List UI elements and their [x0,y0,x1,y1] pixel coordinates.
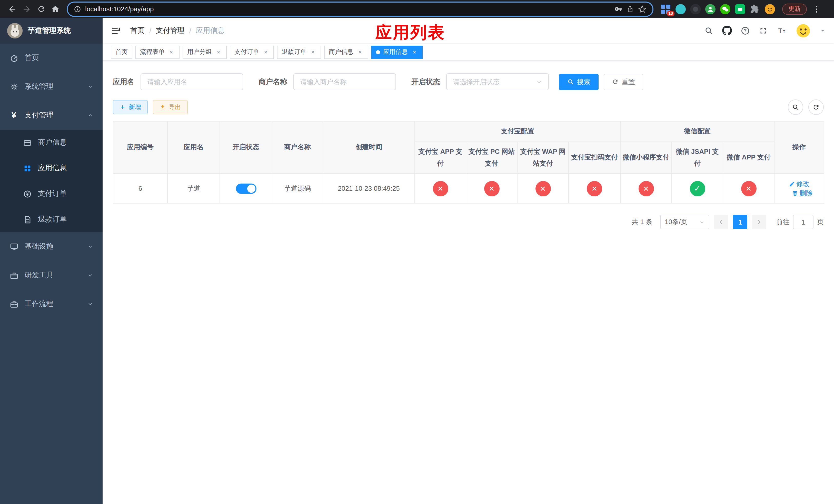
refresh-button[interactable] [808,99,824,115]
gear-icon [9,82,19,91]
close-icon[interactable] [215,48,222,55]
table-row: 6 芋道 芋道源码 2021-10-23 08:49:25 [113,174,824,203]
close-icon[interactable] [309,48,316,55]
page-number-button[interactable]: 1 [733,215,747,229]
prev-page-button[interactable] [714,215,728,229]
browser-update-button[interactable]: 更新 [782,3,807,15]
sidebar-item-dev-tools[interactable]: 研发工具 [0,261,103,290]
info-icon[interactable] [74,5,81,13]
cell-merchant: 芋道源码 [272,174,323,203]
tag-process-form[interactable]: 流程表单 [135,45,179,59]
breadcrumb-payment[interactable]: 支付管理 [156,26,185,35]
app-name-input[interactable] [140,73,243,90]
status-toggle[interactable] [236,183,256,193]
app-logo-row[interactable]: 芋道管理系统 [0,18,103,44]
share-icon[interactable] [626,5,634,13]
edit-button[interactable]: 修改 [789,179,810,188]
tag-app-info[interactable]: 应用信息 [371,45,423,59]
next-page-button[interactable] [752,215,766,229]
hamburger-icon[interactable] [111,25,121,36]
tag-home[interactable]: 首页 [111,45,132,59]
reset-button[interactable]: 重置 [604,74,643,90]
extension-emoji-icon[interactable] [765,4,775,14]
menu-dots-icon[interactable] [812,4,821,14]
sidebar-item-payment[interactable]: 支付管理 [0,101,103,130]
user-avatar[interactable] [795,23,811,38]
extension-green-avatar-icon[interactable] [705,4,716,14]
col-header-alipay-app: 支付宝 APP 支付 [415,142,466,174]
extension-puzzle-icon[interactable] [750,4,760,14]
sidebar-item-merchant-info[interactable]: 商户信息 [0,130,103,155]
home-icon[interactable] [48,2,63,16]
refund-icon [23,215,32,224]
chevron-down-icon [536,79,542,85]
cell-wechat-mini [620,174,672,203]
sidebar-item-app-info[interactable]: 应用信息 [0,155,103,181]
tag-refund-order[interactable]: 退款订单 [277,45,321,59]
fullscreen-icon[interactable] [759,26,768,35]
export-button[interactable]: 导出 [153,100,188,114]
extension-drop-icon[interactable] [676,4,686,14]
caret-down-icon[interactable] [820,27,826,33]
add-button[interactable]: 新增 [113,100,148,114]
extension-green-square-icon[interactable] [735,4,745,14]
col-header-wechat-mini: 微信小程序支付 [620,142,672,174]
sidebar-item-pay-order[interactable]: 支付订单 [0,181,103,207]
col-header-alipay-wap: 支付宝 WAP 网站支付 [517,142,569,174]
close-icon[interactable] [356,48,364,55]
close-icon[interactable] [262,48,269,55]
sidebar-item-label: 支付管理 [25,111,81,120]
url-text[interactable]: localhost:1024/pay/app [85,5,610,13]
tag-label: 支付订单 [235,48,259,56]
font-size-icon[interactable]: TT [776,26,787,35]
toolbox-icon [9,299,19,308]
cross-icon [638,181,654,196]
close-icon[interactable] [411,48,418,55]
address-bar[interactable]: localhost:1024/pay/app [68,2,653,16]
question-icon[interactable]: ? [741,26,750,35]
merchant-name-input[interactable] [293,73,396,90]
sidebar-item-workflow[interactable]: 工作流程 [0,290,103,318]
breadcrumb-current: 应用信息 [196,26,225,35]
reload-icon[interactable] [34,2,48,16]
page-size-select[interactable]: 10条/页 [660,215,709,229]
col-header-created: 创建时间 [323,121,415,174]
goto-page-input[interactable] [793,215,813,229]
extension-grid-icon[interactable]: 10 [661,4,671,14]
tag-merchant-info[interactable]: 商户信息 [324,45,368,59]
search-icon[interactable] [704,26,714,35]
sidebar-item-refund-order[interactable]: 退款订单 [0,207,103,232]
app-title: 芋道管理系统 [28,26,71,36]
col-header-app-id: 应用编号 [113,121,168,174]
card-icon [23,138,32,147]
tag-user-group[interactable]: 用户分组 [182,45,227,59]
svg-text:T: T [783,29,785,33]
sidebar-menu: 首页 系统管理 支付管理 [0,44,103,318]
close-icon[interactable] [168,48,175,55]
star-icon[interactable] [638,5,646,13]
sidebar-item-label: 商户信息 [38,138,93,147]
extension-dark-icon[interactable] [690,4,701,14]
sidebar-item-system[interactable]: 系统管理 [0,72,103,101]
tag-pay-order[interactable]: 支付订单 [230,45,274,59]
back-icon[interactable] [5,2,20,16]
status-select[interactable]: 请选择开启状态 [446,73,549,90]
extension-wechat-icon[interactable] [720,4,730,14]
delete-button[interactable]: 删除 [792,188,813,198]
sidebar-item-home[interactable]: 首页 [0,44,103,72]
status-select-placeholder: 请选择开启状态 [453,77,500,86]
page-content: 应用名 商户名称 开启状态 请选择开启状态 搜索 [103,61,834,229]
sidebar-item-label: 应用信息 [38,164,93,173]
key-icon[interactable] [614,5,622,13]
merchant-name-label: 商户名称 [259,77,287,86]
sidebar-item-infrastructure[interactable]: 基础设施 [0,232,103,261]
page-annotation-title: 应用列表 [375,22,445,44]
chevron-down-icon [87,301,93,307]
col-header-wechat-jsapi: 微信 JSAPI 支付 [672,142,723,174]
breadcrumb-home[interactable]: 首页 [130,26,145,35]
forward-icon[interactable] [20,2,34,16]
monitor-icon [9,242,19,251]
search-button[interactable]: 搜索 [559,74,598,90]
toggle-search-button[interactable] [788,99,803,115]
github-icon[interactable] [722,26,732,36]
